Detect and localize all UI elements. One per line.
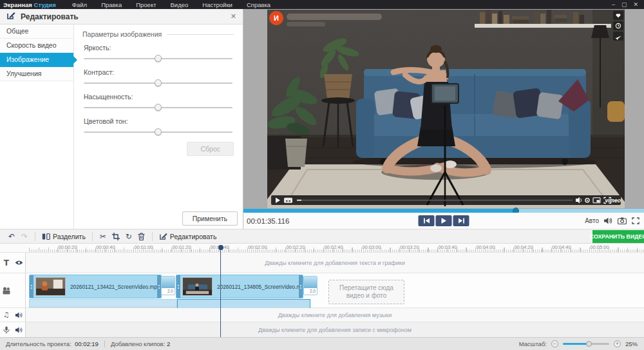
zoom-label: Масштаб: — [519, 340, 547, 347]
preview-options: Авто — [585, 217, 644, 224]
crop-icon[interactable] — [109, 231, 122, 242]
statusbar-separator — [104, 340, 105, 347]
tab-general[interactable]: Общее — [0, 24, 73, 39]
slider-handle[interactable] — [155, 55, 162, 62]
split-icon — [42, 233, 50, 240]
ruler-tick-label: 00:00:20 — [58, 244, 77, 250]
ruler-tick-label: 00:02:00 — [248, 244, 267, 250]
preview-column: И — [243, 9, 644, 229]
menu-project[interactable]: Проект — [129, 1, 163, 8]
status-bar: Длительность проекта: 00:02:19 Добавлено… — [0, 337, 644, 350]
volume-icon[interactable] — [604, 217, 612, 224]
window-minimize-button[interactable]: – — [612, 1, 615, 8]
cut-icon[interactable]: ✂ — [97, 231, 109, 242]
project-duration: Длительность проекта: 00:02:19 — [6, 340, 99, 347]
clip-thumbnail — [182, 277, 213, 296]
timeline-ruler[interactable]: 00:00:2000:00:4000:01:0000:01:2000:01:40… — [0, 244, 644, 253]
media-dropzone[interactable]: Перетащите сюда видео и фото — [328, 280, 404, 304]
cc-button[interactable] — [284, 198, 292, 203]
clip-audio-strip-1[interactable] — [29, 299, 177, 307]
save-video-button[interactable]: СОХРАНИТЬ ВИДЕО — [592, 230, 644, 243]
snapshot-camera-icon[interactable] — [618, 217, 627, 224]
apply-button[interactable]: Применить — [182, 211, 238, 226]
clip-thumbnail — [35, 277, 66, 296]
ruler-tick-label: 00:01:00 — [134, 244, 153, 250]
film-camera-icon — [0, 287, 13, 295]
menu-help[interactable]: Справка — [240, 1, 278, 8]
clip-trim-handle[interactable] — [176, 275, 180, 298]
undo-icon[interactable]: ↶ — [5, 231, 18, 242]
prev-frame-button[interactable] — [419, 215, 435, 226]
current-timecode: 00:01:35.116 — [247, 217, 289, 225]
preview-stage: И — [243, 9, 644, 209]
video-track-header — [0, 273, 26, 307]
transition-duration: 2.0 — [304, 288, 317, 295]
text-track-body[interactable]: Дважды кликните для добавления текста и … — [26, 253, 644, 273]
video-track-body[interactable]: 20260121_134421_ScreenVideo.mp4 2.0 2026… — [26, 273, 644, 307]
plant-pot — [285, 139, 307, 167]
zoom-slider-handle[interactable] — [586, 341, 592, 347]
zoom-controls: Масштаб: − + 25% — [519, 340, 638, 347]
rotate-icon[interactable]: ↻ — [122, 231, 135, 242]
tab-video-speed[interactable]: Скорость видео — [0, 39, 73, 53]
app-title: Экранная Студия — [3, 1, 56, 8]
next-frame-button[interactable] — [453, 215, 469, 226]
visibility-eye-icon[interactable] — [13, 260, 26, 266]
slider-handle[interactable] — [155, 128, 162, 135]
tab-image[interactable]: Изображение — [0, 53, 73, 67]
brightness-slider[interactable] — [84, 55, 232, 63]
menu-video[interactable]: Видео — [164, 1, 196, 8]
contrast-slider[interactable] — [84, 79, 232, 87]
video-clip-1[interactable]: 20260121_134421_ScreenVideo.mp4 — [29, 275, 162, 298]
ruler-tick-label: 00:01:20 — [172, 244, 191, 250]
hue-slider[interactable] — [84, 128, 232, 136]
play-button[interactable] — [436, 215, 452, 226]
menu-file[interactable]: Файл — [65, 1, 94, 8]
window-close-button[interactable]: ✕ — [633, 1, 638, 8]
mic-track-body[interactable]: Дважды кликните для добавления записи с … — [26, 322, 644, 337]
music-track-hint: Дважды кликните для добавления музыки — [278, 312, 392, 318]
menu-edit[interactable]: Правка — [94, 1, 129, 8]
window-maximize-button[interactable]: ▢ — [621, 1, 627, 8]
ruler-tick-label: 00:02:40 — [324, 244, 343, 250]
zoom-slider[interactable] — [563, 341, 609, 347]
slider-handle[interactable] — [155, 79, 162, 86]
zoom-out-button[interactable]: − — [551, 340, 558, 347]
clip-trim-handle[interactable] — [30, 275, 33, 298]
clip-audio-strip-2[interactable] — [177, 299, 310, 309]
vimeo-logo: vimeo — [605, 197, 621, 204]
video-subtitle-blurred — [287, 22, 325, 26]
auto-quality-label[interactable]: Авто — [585, 217, 599, 224]
music-mute-icon[interactable] — [13, 312, 26, 318]
redo-icon[interactable]: ↷ — [18, 231, 31, 242]
video-clip-2[interactable]: 20260121_134805_ScreenVideo.mp4 — [176, 275, 303, 298]
ruler-tick-label: 00:00:40 — [96, 244, 115, 250]
video-preview[interactable]: И — [267, 10, 625, 208]
panel-close-icon[interactable]: ✕ — [231, 12, 236, 21]
main-area: Редактировать ✕ Общее Скорость видео Изо… — [0, 9, 644, 229]
edit-button[interactable]: Редактировать — [156, 232, 220, 240]
edit-panel-body: Общее Скорость видео Изображение Улучшен… — [0, 24, 243, 229]
toolbar-separator — [92, 232, 93, 241]
vimeo-progress-bar[interactable] — [297, 200, 573, 201]
split-button[interactable]: Разделить — [39, 233, 88, 240]
timeline-toolbar: ↶ ↷ Разделить ✂ ↻ Редактировать СОХРАНИТ… — [0, 229, 644, 244]
menu-settings[interactable]: Настройки — [195, 1, 240, 8]
clip-trim-handle[interactable] — [299, 275, 303, 298]
delete-icon[interactable] — [135, 231, 148, 242]
zoom-in-button[interactable]: + — [614, 340, 621, 347]
mic-mute-icon[interactable] — [13, 327, 26, 333]
saturation-slider[interactable] — [84, 104, 232, 112]
text-track-header: T — [0, 253, 26, 273]
music-track-body[interactable]: Дважды кликните для добавления музыки — [26, 308, 644, 322]
share-button[interactable] — [613, 32, 623, 41]
tab-enhancements[interactable]: Улучшения — [0, 67, 73, 81]
slider-handle[interactable] — [155, 104, 162, 111]
transition-2[interactable]: 2.0 — [303, 276, 317, 295]
fullscreen-icon[interactable] — [632, 217, 639, 224]
ruler-tick-label: 00:03:00 — [362, 244, 381, 250]
transition-1[interactable]: 2.0 — [161, 276, 175, 295]
text-tool-icon[interactable]: T — [0, 258, 13, 267]
playhead[interactable] — [220, 245, 221, 337]
reset-button[interactable]: Сброс — [187, 142, 234, 156]
